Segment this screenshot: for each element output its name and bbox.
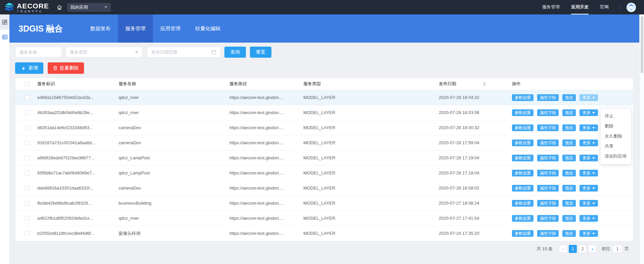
menu-item[interactable]: 共享 [601, 141, 631, 151]
row-checkbox[interactable] [25, 216, 30, 221]
action-button-0[interactable]: 参数设置 [512, 155, 533, 161]
topnav-item[interactable]: 应用开发 [571, 0, 589, 14]
action-button-0[interactable]: 参数设置 [512, 170, 533, 176]
action-button-2[interactable]: 预览 [562, 185, 576, 192]
more-button[interactable]: 更多 [579, 185, 598, 192]
header-tab[interactable]: 应用管理 [153, 14, 188, 43]
app-select[interactable]: 我的应用 [67, 3, 111, 12]
topnav-item[interactable]: 服务管理 [542, 0, 560, 14]
row-checkbox[interactable] [25, 156, 30, 160]
table-row: 4b393aa2f2db04d0e8b28e...qdcz_riverhttps… [15, 105, 633, 120]
user-avatar-icon[interactable] [627, 3, 636, 12]
action-button-2[interactable]: 预览 [562, 215, 576, 222]
cell-service-id: a9fd928ede8751f3ee36677... [37, 150, 119, 165]
action-button-0[interactable]: 参数设置 [512, 215, 533, 222]
action-button-2[interactable]: 预览 [562, 170, 576, 176]
add-button[interactable]: ＋ 新增 [15, 62, 43, 74]
cell-service-id: 916167a731c001f41a8aa6d... [37, 135, 119, 150]
header-checkbox[interactable] [25, 82, 30, 87]
row-checkbox[interactable] [25, 186, 30, 191]
action-button-1[interactable]: 属性字段 [537, 155, 559, 161]
home-icon[interactable] [56, 4, 62, 10]
header-tab[interactable]: 服务管理 [118, 14, 153, 43]
pagination-page-button[interactable]: 2 [578, 245, 587, 253]
pagination-next-button[interactable]: › [588, 245, 596, 253]
column-header: 服务名称 [119, 78, 229, 90]
header-tab[interactable]: 轻量化编辑 [188, 14, 228, 43]
more-button[interactable]: 更多 [579, 215, 598, 222]
action-button-0[interactable]: 参数设置 [512, 200, 533, 207]
more-button[interactable]: 更多 [579, 230, 598, 237]
service-name-input[interactable] [15, 47, 62, 58]
row-checkbox[interactable] [25, 171, 30, 175]
more-button[interactable]: 更多 [579, 155, 598, 161]
action-button-1[interactable]: 属性字段 [537, 230, 559, 237]
topnav-item[interactable]: 官网 [600, 0, 609, 14]
pagination-goto-input[interactable] [612, 245, 622, 253]
row-checkbox[interactable] [25, 95, 30, 100]
more-button[interactable]: 更多 [579, 124, 598, 131]
action-button-1[interactable]: 属性字段 [537, 109, 559, 116]
batch-delete-button[interactable]: 批量删除 [48, 62, 84, 74]
pagination-prev-button[interactable]: ‹ [559, 245, 567, 253]
reset-button[interactable]: 重置 [250, 47, 271, 58]
row-checkbox[interactable] [25, 110, 30, 115]
plus-icon: ＋ [20, 64, 26, 72]
action-button-2[interactable]: 预览 [562, 140, 576, 146]
action-button-1[interactable]: 属性字段 [537, 140, 559, 146]
action-button-1[interactable]: 属性字段 [537, 170, 559, 176]
sidebar-item-app-window[interactable] [0, 30, 9, 45]
publish-date-range-input[interactable]: 发布日期范围 [147, 47, 221, 58]
sidebar-item-dashboard[interactable] [0, 14, 9, 30]
action-button-2[interactable]: 预览 [562, 124, 576, 131]
cell-service-name: qdcz_river [119, 90, 229, 105]
menu-item[interactable]: 添加到应用 [601, 151, 631, 161]
action-button-1[interactable]: 属性字段 [537, 94, 559, 101]
scrollbar-track [639, 14, 644, 264]
filter-bar: 服务类型 发布日期范围 查询 重置 [9, 43, 639, 58]
action-button-2[interactable]: 预览 [562, 94, 576, 101]
cell-service-path: https://aecore-test.glodon.... [229, 105, 303, 120]
pagination-page-button[interactable]: 1 [569, 245, 577, 253]
action-button-0[interactable]: 参数设置 [512, 185, 533, 192]
row-checkbox-cell [15, 211, 37, 226]
more-caret-icon [592, 188, 595, 189]
cell-publish-date: 2020-07-24 17:35:20 [439, 226, 512, 241]
aecore-logo-icon [4, 2, 15, 13]
action-button-2[interactable]: 预览 [562, 155, 576, 161]
action-button-1[interactable]: 属性字段 [537, 215, 559, 222]
row-checkbox[interactable] [25, 141, 30, 145]
action-button-2[interactable]: 预览 [562, 200, 576, 207]
action-button-0[interactable]: 参数设置 [512, 230, 533, 237]
more-button[interactable]: 更多 [579, 170, 598, 176]
table-row: dde88916a33351daa6332f...cameraDevhttps:… [15, 180, 633, 196]
action-bar: ＋ 新增 批量删除 [9, 58, 639, 74]
scrollbar-thumb[interactable] [641, 16, 643, 73]
action-button-1[interactable]: 属性字段 [537, 124, 559, 131]
action-button-0[interactable]: 参数设置 [512, 94, 533, 101]
more-button[interactable]: 更多 [579, 200, 598, 207]
services-table: 服务标识服务名称服务路径服务类型发布日期操作 e469a1c586755eb52… [15, 78, 634, 242]
action-button-2[interactable]: 预览 [562, 230, 576, 237]
more-button[interactable]: 更多 [579, 140, 598, 146]
row-checkbox[interactable] [25, 201, 30, 206]
menu-item[interactable]: 永久删除 [601, 131, 631, 141]
action-button-0[interactable]: 参数设置 [512, 140, 533, 146]
header-tab[interactable]: 数据发布 [83, 14, 118, 43]
menu-item[interactable]: 删除 [601, 121, 631, 131]
sort-caret-icon[interactable] [483, 82, 486, 86]
service-type-select[interactable]: 服务类型 [66, 47, 143, 58]
more-button[interactable]: 更多 [579, 109, 598, 116]
action-button-2[interactable]: 预览 [562, 109, 576, 116]
row-checkbox-cell [15, 105, 37, 120]
action-button-0[interactable]: 参数设置 [512, 109, 533, 116]
pagination-goto-label: 前往 [602, 246, 610, 252]
action-button-1[interactable]: 属性字段 [537, 185, 559, 192]
search-button[interactable]: 查询 [224, 47, 246, 58]
more-button[interactable]: 更多 [579, 94, 598, 101]
action-button-1[interactable]: 属性字段 [537, 200, 559, 207]
row-checkbox[interactable] [25, 231, 30, 236]
row-checkbox[interactable] [25, 125, 30, 130]
menu-item[interactable]: 停止 [601, 111, 631, 121]
action-button-0[interactable]: 参数设置 [512, 124, 533, 131]
